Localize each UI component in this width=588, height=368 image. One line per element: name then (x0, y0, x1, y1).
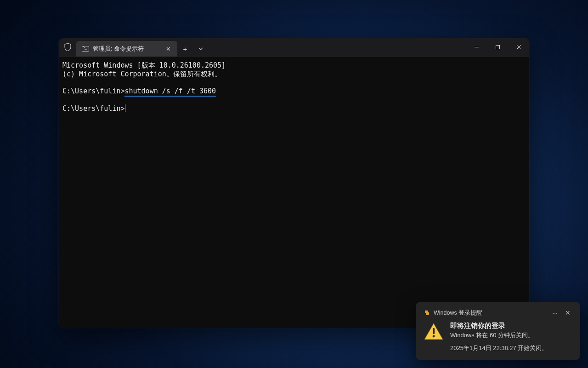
tab-close-button[interactable]: ✕ (164, 44, 173, 53)
notification-timestamp: 2025年1月14日 22:38:27 开始关闭。 (450, 344, 548, 352)
svg-rect-2 (433, 328, 435, 334)
window-titlebar[interactable]: 管理员: 命令提示符 ✕ + (59, 38, 529, 57)
warning-icon (424, 322, 444, 341)
terminal-command: shutdown /s /f /t 3600 (124, 87, 216, 97)
terminal-window: 管理员: 命令提示符 ✕ + Microsoft Windows [版本 10.… (59, 38, 529, 328)
terminal-prompt: C:\Users\fulin> (62, 87, 124, 95)
notification-app-title: Windows 登录提醒 (434, 309, 547, 317)
maximize-button[interactable] (487, 38, 508, 56)
terminal-output[interactable]: Microsoft Windows [版本 10.0.26100.2605] (… (59, 57, 529, 328)
notification-header: Windows 登录提醒 ··· ✕ (424, 309, 572, 317)
minimize-button[interactable] (466, 38, 487, 56)
new-tab-button[interactable]: + (177, 41, 193, 57)
text-cursor (125, 104, 125, 112)
svg-rect-1 (496, 46, 499, 49)
notification-app-icon (424, 310, 430, 316)
admin-shield-icon (59, 38, 76, 56)
terminal-line: Microsoft Windows [版本 10.0.26100.2605] (62, 61, 226, 69)
notification-message: Windows 将在 60 分钟后关闭。 (450, 331, 548, 339)
tab-dropdown-button[interactable] (193, 41, 209, 57)
system-notification[interactable]: Windows 登录提醒 ··· ✕ 即将注销你的登录 Windows 将在 6… (416, 302, 580, 360)
notification-body: 即将注销你的登录 Windows 将在 60 分钟后关闭。 2025年1月14日… (424, 322, 572, 352)
titlebar-drag-region[interactable] (209, 38, 466, 56)
cmd-icon (82, 46, 89, 52)
tab-title: 管理员: 命令提示符 (93, 45, 160, 53)
terminal-line: (c) Microsoft Corporation。保留所有权利。 (62, 70, 221, 78)
terminal-prompt: C:\Users\fulin> (62, 104, 124, 113)
notification-more-button[interactable]: ··· (550, 309, 560, 317)
notification-close-button[interactable]: ✕ (563, 309, 572, 317)
notification-headline: 即将注销你的登录 (450, 322, 548, 330)
close-button[interactable] (508, 38, 529, 56)
tab-cmd[interactable]: 管理员: 命令提示符 ✕ (76, 41, 177, 57)
svg-point-3 (433, 335, 435, 338)
